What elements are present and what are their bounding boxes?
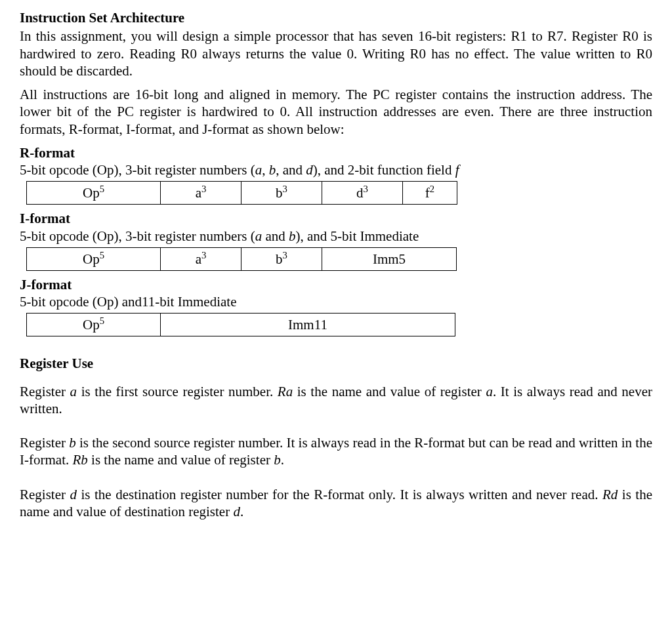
i-format-heading: I-format — [20, 210, 652, 227]
var-rd: Rd — [602, 487, 618, 502]
text: ), and 2-bit function field — [313, 162, 455, 178]
j-format-heading: J-format — [20, 276, 652, 293]
register-use-p1: Register a is the first source register … — [20, 383, 652, 418]
r-format-table: Op5 a3 b3 d3 f2 — [26, 181, 457, 205]
text: is the first source register number. — [77, 384, 278, 399]
var-b: b — [289, 228, 296, 244]
text: is the destination register number for t… — [77, 487, 602, 502]
label: Op — [83, 251, 100, 267]
var-d: d — [70, 487, 77, 502]
cell-op: Op5 — [27, 182, 161, 205]
var-b: b — [269, 162, 276, 178]
cell-d: d3 — [322, 182, 403, 205]
var-rb: Rb — [72, 452, 87, 468]
cell-b: b3 — [242, 247, 322, 270]
var-a: a — [70, 384, 77, 399]
cell-a: a3 — [161, 247, 242, 270]
register-use-p3: Register d is the destination register n… — [20, 486, 652, 521]
intro-paragraph-2: All instructions are 16-bit long and ali… — [20, 86, 652, 138]
text: 5-bit opcode (Op), 3-bit register number… — [20, 162, 255, 178]
text: . — [240, 504, 243, 519]
register-use-heading: Register Use — [20, 355, 652, 372]
i-format-description: 5-bit opcode (Op), 3-bit register number… — [20, 228, 652, 245]
text: is the name and value of register — [293, 384, 486, 399]
text: 5-bit opcode (Op), 3-bit register number… — [20, 228, 255, 244]
cell-imm11: Imm11 — [161, 314, 455, 336]
label: Op — [83, 185, 100, 201]
text: , and — [276, 162, 306, 178]
exp: 5 — [100, 315, 104, 326]
var-f: f — [455, 162, 459, 178]
exp: 5 — [100, 250, 104, 260]
cell-op: Op5 — [27, 247, 161, 270]
r-format-description: 5-bit opcode (Op), 3-bit register number… — [20, 161, 652, 178]
label: Op — [83, 317, 100, 333]
label: d — [356, 185, 364, 201]
table-row: Op5 a3 b3 d3 f2 — [27, 182, 457, 205]
cell-op: Op5 — [27, 314, 161, 336]
text: and — [262, 228, 289, 244]
exp: 3 — [201, 250, 206, 260]
label: Imm5 — [373, 251, 406, 267]
exp: 3 — [364, 184, 368, 194]
table-row: Op5 Imm11 — [27, 314, 455, 336]
text: Register — [20, 487, 70, 502]
label: b — [276, 251, 283, 267]
table-row: Op5 a3 b3 Imm5 — [27, 247, 457, 270]
page-title: Instruction Set Architecture — [20, 9, 652, 26]
exp: 5 — [100, 184, 104, 194]
i-format-table: Op5 a3 b3 Imm5 — [26, 247, 457, 271]
var-d: d — [233, 504, 240, 519]
cell-b: b3 — [242, 182, 322, 205]
exp: 2 — [430, 184, 434, 194]
intro-paragraph-1: In this assignment, you will design a si… — [20, 28, 652, 79]
r-format-heading: R-format — [20, 144, 652, 161]
j-format-table: Op5 Imm11 — [26, 313, 455, 336]
text: . — [281, 452, 284, 468]
text: Register — [20, 384, 70, 399]
label: b — [276, 185, 283, 201]
cell-imm5: Imm5 — [322, 247, 457, 270]
exp: 3 — [283, 184, 287, 194]
text: , — [262, 162, 269, 178]
label: a — [196, 185, 201, 201]
var-d: d — [306, 162, 313, 178]
label: a — [196, 251, 201, 267]
label: f — [425, 185, 430, 201]
j-format-description: 5-bit opcode (Op) and11-bit Immediate — [20, 293, 652, 310]
cell-a: a3 — [161, 182, 242, 205]
label: Imm11 — [288, 317, 327, 333]
var-b: b — [274, 452, 281, 468]
register-use-p2: Register b is the second source register… — [20, 434, 652, 469]
text: ), and 5-bit Immediate — [295, 228, 419, 244]
text: Register — [20, 435, 69, 451]
cell-f: f2 — [403, 182, 457, 205]
var-a: a — [255, 228, 262, 244]
text: is the name and value of register — [88, 452, 274, 468]
exp: 3 — [201, 184, 206, 194]
var-b: b — [69, 435, 76, 451]
var-ra: Ra — [278, 384, 293, 399]
exp: 3 — [283, 250, 287, 260]
var-a: a — [255, 162, 262, 178]
var-a: a — [486, 384, 493, 399]
